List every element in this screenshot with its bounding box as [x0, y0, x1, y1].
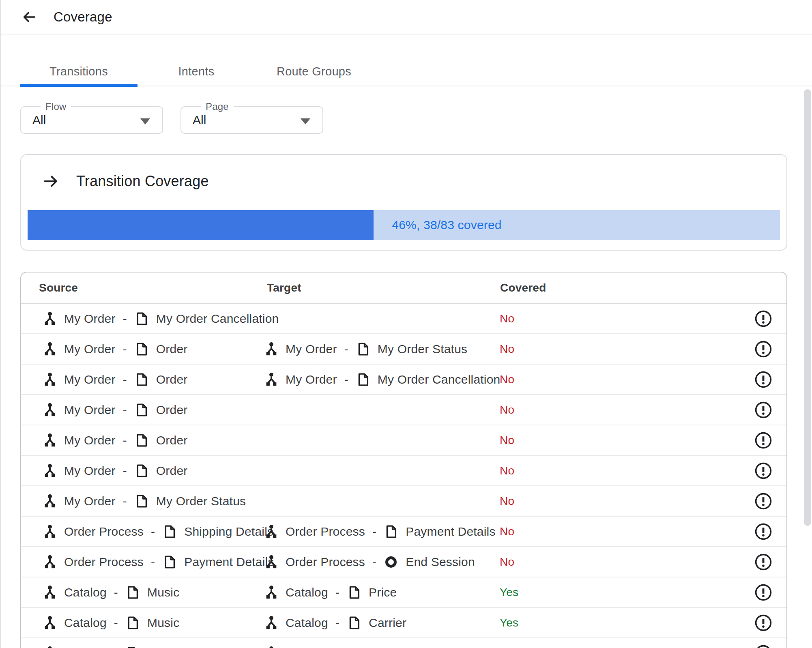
error-info-icon[interactable]	[754, 431, 773, 450]
page-title: Coverage	[54, 9, 112, 25]
dash-separator: -	[123, 342, 127, 356]
covered-value: No	[500, 403, 514, 416]
page-name: Order	[156, 342, 188, 356]
flow-icon	[42, 432, 58, 449]
dash-separator: -	[114, 616, 118, 630]
flow-name: My Order	[64, 464, 116, 478]
error-info-icon[interactable]	[754, 553, 773, 571]
flow-name: My Order	[64, 312, 116, 326]
flow-name: My Order	[64, 342, 116, 356]
tab-transitions[interactable]: Transitions	[20, 56, 137, 86]
table-row: Catalog - Music Catalog -	[21, 577, 786, 608]
column-header-target: Target	[267, 281, 500, 294]
error-info-icon[interactable]	[754, 401, 773, 419]
page-select-label: Page	[201, 101, 234, 112]
flow-name: Catalog	[64, 616, 107, 630]
page-icon	[162, 524, 177, 540]
page-icon	[134, 311, 149, 327]
covered-value: No	[500, 312, 514, 325]
source-cell: My Order - My Order Cancellation	[21, 310, 264, 327]
tab-route-groups[interactable]: Route Groups	[255, 56, 373, 86]
covered-value: No	[500, 495, 514, 508]
flow-icon	[42, 401, 58, 418]
page-name: Payment Details	[184, 555, 274, 569]
error-info-icon[interactable]	[754, 583, 773, 602]
covered-cell: Yes	[500, 586, 518, 599]
error-info-icon[interactable]	[754, 522, 773, 541]
flow-name: My Order	[64, 494, 116, 508]
vertical-scrollbar	[803, 87, 812, 648]
table-row: My Order - Order No	[21, 425, 786, 456]
dash-separator: -	[344, 342, 348, 356]
dropdown-arrow-icon	[140, 118, 150, 124]
page-name: Order	[156, 464, 188, 478]
flow-name: Catalog	[286, 586, 328, 599]
page-icon	[356, 341, 370, 357]
covered-value: No	[500, 464, 514, 477]
flow-name: Order Process	[286, 555, 365, 569]
scrollbar-thumb[interactable]	[804, 89, 811, 526]
error-info-icon[interactable]	[754, 340, 773, 358]
flow-name: Order Process	[64, 555, 144, 569]
page-icon	[125, 615, 140, 631]
coverage-card-title: Transition Coverage	[76, 173, 209, 190]
dash-separator: -	[123, 433, 127, 447]
covered-value: No	[500, 525, 514, 538]
source-cell: My Order - Order	[21, 371, 264, 388]
table-row: My Order - Order My Order -	[21, 334, 786, 365]
tab-label: Transitions	[49, 65, 108, 78]
flow-select[interactable]: Flow All	[20, 106, 163, 134]
dropdown-arrow-icon	[301, 118, 310, 124]
table-row: My Order - Order My Order -	[21, 365, 786, 395]
page-icon	[134, 341, 149, 357]
target-cell: Order Process - End Session	[264, 554, 500, 571]
page-name: My Order Cancellation	[156, 312, 279, 326]
back-button[interactable]	[18, 6, 41, 28]
error-info-icon[interactable]	[754, 644, 773, 648]
error-info-icon[interactable]	[754, 461, 773, 480]
flow-name: Order Process	[286, 646, 365, 648]
page-icon	[125, 584, 140, 601]
flow-icon	[264, 523, 279, 540]
page-icon	[134, 493, 149, 509]
coverage-progress-label: 46%, 38/83 covered	[392, 210, 501, 240]
flow-name: Catalog	[64, 586, 107, 599]
app-header: Coverage	[1, 0, 812, 34]
error-info-icon[interactable]	[754, 370, 773, 389]
error-info-icon[interactable]	[754, 309, 773, 328]
dash-separator: -	[344, 373, 348, 386]
dash-separator: -	[123, 312, 127, 326]
source-cell: Catalog - Music	[21, 584, 264, 601]
dash-separator: -	[123, 373, 127, 386]
error-info-icon[interactable]	[754, 614, 773, 632]
error-info-icon[interactable]	[754, 492, 773, 511]
covered-value: Yes	[500, 586, 518, 599]
flow-icon	[264, 341, 279, 358]
page-name: Shipping Details	[184, 525, 273, 539]
target-cell: My Order - My Order Cancellation	[264, 371, 500, 388]
page-icon	[347, 584, 361, 601]
source-cell: My Order - Order	[21, 341, 264, 358]
page-icon	[384, 524, 398, 540]
covered-cell: No	[500, 373, 514, 386]
covered-cell: No	[500, 647, 514, 648]
filter-row: Flow All Page All	[20, 106, 812, 134]
dash-separator: -	[114, 586, 118, 599]
flow-name: Order Process	[64, 525, 144, 539]
flow-icon	[42, 341, 58, 358]
flow-name: My Order	[64, 433, 116, 447]
source-cell: Order Process - Payment Details	[21, 554, 264, 571]
dash-separator: -	[123, 464, 127, 478]
flow-icon	[264, 554, 279, 571]
page-name: Carrier	[369, 616, 406, 630]
page-select[interactable]: Page All	[180, 106, 323, 134]
source-cell: Catalog - Confirmation	[21, 645, 264, 648]
table-row: My Order - My Order Cancellation No	[21, 304, 786, 334]
dash-separator: -	[151, 525, 155, 539]
table-row: Order Process - Payment Details Ord	[21, 547, 786, 577]
covered-cell: No	[500, 403, 514, 416]
column-header-source: Source	[21, 281, 267, 294]
tab-intents[interactable]: Intents	[137, 56, 255, 86]
table-header-row: Source Target Covered	[21, 273, 786, 304]
arrow-forward-icon	[42, 173, 59, 190]
